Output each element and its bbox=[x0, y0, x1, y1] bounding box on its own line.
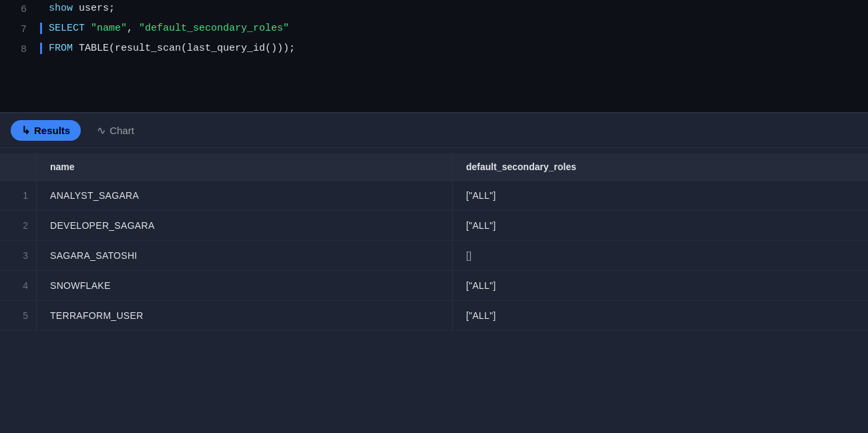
code-from-rest: TABLE(result_scan(last_query_id())); bbox=[73, 43, 295, 54]
keyword-show: show bbox=[49, 3, 73, 14]
table-row: 4 SNOWFLAKE ["ALL"] bbox=[0, 271, 868, 301]
code-empty-space bbox=[0, 60, 868, 112]
comma: , bbox=[127, 23, 139, 34]
string-name: "name" bbox=[91, 23, 127, 34]
th-name: name bbox=[37, 153, 453, 180]
string-roles: "default_secondary_roles" bbox=[139, 23, 289, 34]
td-roles-3: [] bbox=[453, 241, 868, 270]
code-line-7: 7 SELECT "name", "default_secondary_role… bbox=[0, 20, 868, 40]
tab-chart[interactable]: ∿ Chart bbox=[86, 120, 145, 141]
line-content-7: SELECT "name", "default_secondary_roles" bbox=[40, 23, 289, 34]
td-name-3: SAGARA_SATOSHI bbox=[37, 241, 453, 270]
code-text: users; bbox=[73, 3, 115, 14]
results-arrow-icon: ↳ bbox=[21, 124, 30, 137]
line-number-7: 7 bbox=[0, 23, 40, 35]
line-content-8: FROM TABLE(result_scan(last_query_id()))… bbox=[40, 43, 295, 54]
th-row-num bbox=[0, 153, 37, 180]
table-row: 3 SAGARA_SATOSHI [] bbox=[0, 241, 868, 271]
td-roles-1: ["ALL"] bbox=[453, 181, 868, 210]
code-editor: 6 show users; 7 SELECT "name", "default_… bbox=[0, 0, 868, 113]
td-rownum-5: 5 bbox=[0, 301, 37, 330]
td-roles-4: ["ALL"] bbox=[453, 271, 868, 300]
tab-chart-label: Chart bbox=[110, 125, 134, 136]
table-row: 1 ANALYST_SAGARA ["ALL"] bbox=[0, 181, 868, 211]
tabs-bar: ↳ Results ∿ Chart bbox=[0, 113, 868, 148]
tab-results-label: Results bbox=[34, 125, 70, 136]
tab-results[interactable]: ↳ Results bbox=[11, 120, 81, 141]
chart-trend-icon: ∿ bbox=[97, 124, 105, 137]
main-layout: 6 show users; 7 SELECT "name", "default_… bbox=[0, 0, 868, 433]
th-default-secondary-roles: default_secondary_roles bbox=[453, 153, 868, 180]
td-name-1: ANALYST_SAGARA bbox=[37, 181, 453, 210]
td-roles-2: ["ALL"] bbox=[453, 211, 868, 240]
keyword-select: SELECT bbox=[49, 23, 85, 34]
line-number-6: 6 bbox=[0, 3, 40, 15]
table-row: 5 TERRAFORM_USER ["ALL"] bbox=[0, 301, 868, 331]
code-line-8: 8 FROM TABLE(result_scan(last_query_id()… bbox=[0, 40, 868, 60]
td-rownum-3: 3 bbox=[0, 241, 37, 270]
line-number-8: 8 bbox=[0, 43, 40, 55]
td-rownum-2: 2 bbox=[0, 211, 37, 240]
td-name-5: TERRAFORM_USER bbox=[37, 301, 453, 330]
table-wrapper: name default_secondary_roles 1 ANALYST_S… bbox=[0, 148, 868, 331]
table-header-row: name default_secondary_roles bbox=[0, 153, 868, 181]
line-content-6: show users; bbox=[40, 3, 115, 14]
td-roles-5: ["ALL"] bbox=[453, 301, 868, 330]
td-name-2: DEVELOPER_SAGARA bbox=[37, 211, 453, 240]
td-name-4: SNOWFLAKE bbox=[37, 271, 453, 300]
code-space bbox=[85, 23, 91, 34]
results-table-area: name default_secondary_roles 1 ANALYST_S… bbox=[0, 148, 868, 433]
keyword-from: FROM bbox=[49, 43, 73, 54]
code-line-6: 6 show users; bbox=[0, 0, 868, 20]
td-rownum-4: 4 bbox=[0, 271, 37, 300]
td-rownum-1: 1 bbox=[0, 181, 37, 210]
table-row: 2 DEVELOPER_SAGARA ["ALL"] bbox=[0, 211, 868, 241]
table-top-spacer bbox=[0, 148, 868, 153]
